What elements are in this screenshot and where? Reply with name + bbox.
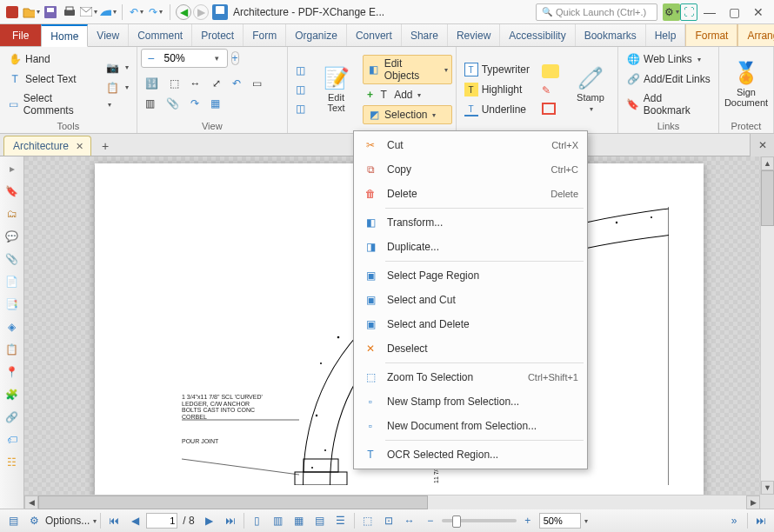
- tab-bookmarks[interactable]: Bookmarks: [576, 24, 646, 46]
- tab-view[interactable]: View: [88, 24, 129, 46]
- fit-page-icon[interactable]: ⬚: [165, 75, 183, 92]
- shape-tool[interactable]: [537, 100, 564, 117]
- first-page-button[interactable]: ⏮: [104, 512, 123, 529]
- menu-item-transform[interactable]: ◧Transform...: [354, 210, 587, 235]
- tab-home[interactable]: Home: [41, 24, 88, 47]
- fields-pane-icon[interactable]: 📄: [3, 273, 21, 290]
- edit-text-button[interactable]: 📝 Edit Text: [313, 62, 359, 117]
- app-menu-icon[interactable]: [3, 3, 21, 21]
- nav-back-icon[interactable]: ◀: [176, 4, 191, 20]
- add-button[interactable]: +TAdd▾: [363, 85, 452, 104]
- hand-tool[interactable]: ✋Hand: [3, 50, 98, 69]
- minimize-button[interactable]: —: [697, 3, 722, 22]
- tab-form[interactable]: Form: [244, 24, 286, 46]
- tab-accessibility[interactable]: Accessibility: [500, 24, 575, 46]
- order-pane-icon[interactable]: ☷: [3, 454, 21, 471]
- layout-facing-icon[interactable]: ▦: [290, 512, 309, 529]
- menu-item-select-and-delete[interactable]: ▣Select and Delete: [354, 312, 587, 336]
- web-links-button[interactable]: 🌐Web Links▾: [622, 50, 715, 69]
- zoom-out-button[interactable]: −: [142, 49, 161, 68]
- comments-pane-icon[interactable]: 💬: [3, 228, 21, 245]
- document-tab[interactable]: Architecture ✕: [3, 136, 91, 156]
- undo-icon[interactable]: ↶▾: [128, 3, 145, 21]
- menu-item-zoom-to-selection[interactable]: ⬚Zoom To SelectionCtrl+Shift+1: [354, 365, 587, 389]
- file-menu[interactable]: File: [0, 24, 41, 46]
- fit-width-status-icon[interactable]: ↔: [400, 512, 419, 529]
- zoom-slider[interactable]: [442, 519, 517, 522]
- zoom-value-input[interactable]: [161, 52, 208, 64]
- menu-item-copy[interactable]: ⧉CopyCtrl+C: [354, 157, 587, 182]
- menu-item-ocr-selected-region[interactable]: TOCR Selected Region...: [354, 442, 587, 467]
- expand-pane-icon[interactable]: ▸: [3, 160, 21, 177]
- layout-book-icon[interactable]: ▤: [310, 512, 330, 529]
- signatures-pane-icon[interactable]: 📑: [3, 296, 21, 313]
- select-text-tool[interactable]: ᎢSelect Text: [3, 70, 98, 89]
- actual-size-icon[interactable]: 🔢: [141, 75, 163, 92]
- edit-objects-button[interactable]: ◧Edit Objects▾: [363, 55, 452, 84]
- nav-fwd-icon[interactable]: ▶: [193, 4, 209, 20]
- underline-tool[interactable]: TUnderline: [460, 100, 534, 119]
- end-nav-icon[interactable]: ⏭: [751, 512, 771, 529]
- edit-mode-c[interactable]: ◫: [291, 100, 310, 117]
- new-tab-button[interactable]: +: [93, 136, 117, 156]
- quick-launch-input[interactable]: Quick Launch (Ctrl+.): [536, 3, 657, 21]
- fit-page-status-icon[interactable]: ⊡: [379, 512, 398, 529]
- menu-item-cut[interactable]: ✂CutCtrl+X: [354, 133, 587, 157]
- menu-item-new-document-from-selection[interactable]: ▫New Document from Selection...: [354, 414, 587, 438]
- tab-arrange[interactable]: Arrange: [737, 24, 774, 46]
- close-button[interactable]: ✕: [746, 3, 771, 22]
- close-all-tabs-button[interactable]: ✕: [750, 134, 774, 156]
- next-page-button[interactable]: ▶: [200, 512, 219, 529]
- content-pane-icon[interactable]: 📋: [3, 341, 21, 358]
- scan-icon[interactable]: ▾: [99, 3, 117, 21]
- tab-organize[interactable]: Organize: [286, 24, 347, 46]
- fullscreen-icon[interactable]: ⛶: [680, 3, 697, 21]
- selection-button[interactable]: ◩Selection▾: [363, 105, 452, 124]
- stamp-button[interactable]: 🧷 Stamp▾: [567, 62, 614, 118]
- add-bookmark-button[interactable]: 🔖Add Bookmark: [622, 90, 715, 119]
- open-icon[interactable]: ▾: [23, 3, 40, 21]
- more-tools[interactable]: ▾: [102, 98, 133, 111]
- fit-width-icon[interactable]: ↔: [186, 75, 205, 92]
- panes-toggle-icon[interactable]: ▤: [3, 512, 23, 529]
- thumbnails-pane-icon[interactable]: 🗂: [3, 205, 21, 223]
- menu-item-deselect[interactable]: ✕Deselect: [354, 336, 587, 361]
- redo-icon[interactable]: ↷▾: [147, 3, 164, 21]
- fit-actual-icon[interactable]: ⬚: [358, 512, 377, 529]
- sign-document-button[interactable]: 🏅 Sign Document: [723, 57, 770, 112]
- 3d-pane-icon[interactable]: 🧩: [3, 386, 21, 403]
- layout-single-icon[interactable]: ▯: [248, 512, 267, 529]
- links-pane-icon[interactable]: 🔗: [3, 409, 21, 426]
- menu-item-delete[interactable]: 🗑DeleteDelete: [354, 182, 587, 206]
- last-page-button[interactable]: ⏭: [221, 512, 240, 529]
- save-icon[interactable]: [42, 3, 59, 21]
- page-number-input[interactable]: [146, 513, 177, 529]
- options-gear-icon[interactable]: ⚙: [24, 512, 43, 529]
- menu-item-duplicate[interactable]: ◨Duplicate...: [354, 235, 587, 259]
- attachments-icon[interactable]: 📎: [162, 95, 183, 112]
- vertical-scrollbar[interactable]: ▲▼: [760, 156, 774, 495]
- layout-webview-icon[interactable]: ☰: [331, 512, 350, 529]
- clipboard-tool[interactable]: 📋▾: [102, 78, 133, 97]
- snapshot-tool[interactable]: 📷▾: [102, 58, 133, 77]
- tab-share[interactable]: Share: [402, 24, 448, 46]
- email-icon[interactable]: ▾: [80, 3, 97, 21]
- fit-visible-icon[interactable]: ⤢: [208, 75, 225, 92]
- zoom-in-button[interactable]: +: [231, 51, 239, 65]
- horizontal-scrollbar[interactable]: ◀▶: [24, 495, 760, 509]
- tab-help[interactable]: Help: [646, 24, 686, 46]
- menu-item-select-page-region[interactable]: ▣Select Page Region: [354, 263, 587, 288]
- page-layout-icon[interactable]: ▥: [141, 95, 159, 112]
- typewriter-tool[interactable]: TTypewriter: [460, 60, 534, 79]
- tab-comment[interactable]: Comment: [129, 24, 192, 46]
- sticky-note-tool[interactable]: [537, 62, 564, 81]
- bookmarks-pane-icon[interactable]: 🔖: [3, 183, 21, 200]
- menu-item-select-and-cut[interactable]: ▣Select and Cut: [354, 288, 587, 312]
- page-display-icon[interactable]: ▭: [248, 75, 266, 92]
- highlight-tool[interactable]: THighlight: [460, 80, 534, 99]
- add-edit-links-button[interactable]: 🔗Add/Edit Links: [622, 70, 715, 89]
- tab-close-icon[interactable]: ✕: [76, 141, 83, 152]
- select-comments-tool[interactable]: ▭Select Comments: [3, 90, 98, 119]
- statusbar-more-icon[interactable]: »: [724, 512, 744, 529]
- tab-convert[interactable]: Convert: [347, 24, 402, 46]
